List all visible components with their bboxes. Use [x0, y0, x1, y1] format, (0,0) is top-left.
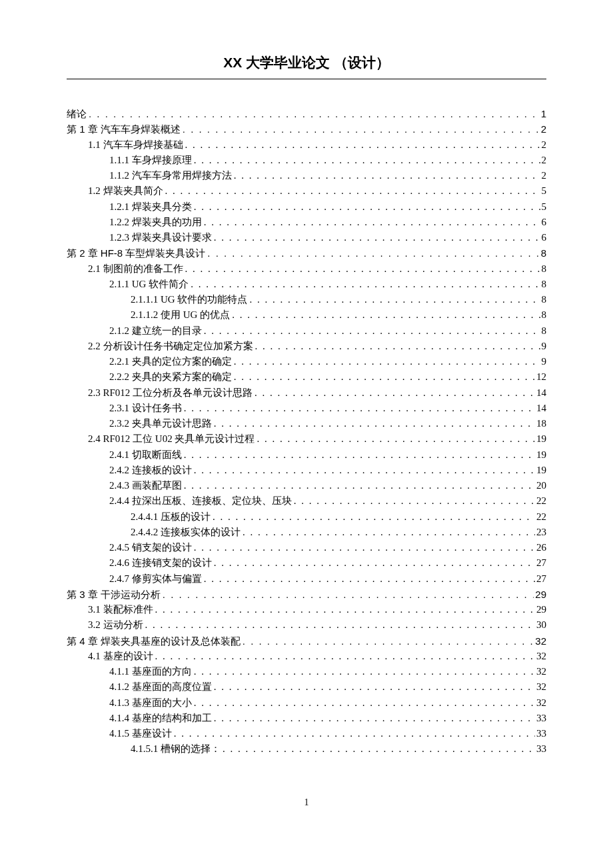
toc-label: 2.3.1 设计任务书 — [109, 401, 182, 416]
toc-page-number: 8 — [540, 323, 547, 339]
page-header: XX 大学毕业论文 （设计） — [67, 53, 546, 79]
toc-page-number: 2 — [540, 168, 547, 183]
toc-entry: 4.1.5 基座设计33 — [67, 726, 546, 741]
toc-page-number: 1 — [540, 106, 546, 121]
toc-entry: 2.4.4.2 连接板实体的设计23 — [67, 525, 546, 540]
toc-leader-dots — [192, 540, 535, 555]
toc-page-number: 32 — [535, 695, 546, 711]
toc-entry: 1.1.1 车身焊接原理2 — [67, 153, 546, 168]
toc-label: 4.1 基座的设计 — [88, 649, 153, 664]
toc-leader-dots — [241, 525, 535, 540]
toc-label: 2.3.2 夹具单元设计思路 — [109, 416, 212, 431]
toc-label: 2.2.1 夹具的定位方案的确定 — [109, 354, 232, 369]
toc-leader-dots — [192, 153, 540, 168]
toc-label: 2.2 分析设计任务书确定定位加紧方案 — [88, 339, 253, 354]
toc-label: 1.1 汽车车身焊接基础 — [88, 137, 183, 153]
toc-page-number: 20 — [535, 478, 546, 493]
toc-label: 2.1.1.1 UG 软件的功能特点 — [131, 292, 247, 307]
toc-page-number: 32 — [535, 649, 546, 664]
toc-label: 2.1.2 建立统一的目录 — [109, 323, 202, 339]
toc-entry: 2.3.2 夹具单元设计思路18 — [67, 416, 546, 431]
toc-leader-dots — [232, 369, 535, 385]
toc-label: 2.3 RF012 工位分析及各单元设计思路 — [88, 385, 253, 401]
toc-entry: 2.1 制图前的准备工作8 — [67, 261, 546, 277]
toc-page-number: 9 — [540, 354, 547, 369]
toc-label: 3.1 装配标准件 — [88, 602, 153, 617]
toc-leader-dots — [205, 245, 539, 261]
toc-leader-dots — [87, 106, 540, 121]
toc-page-number: 2 — [540, 137, 547, 153]
toc-entry: 2.2.2 夹具的夹紧方案的确定12 — [67, 369, 546, 385]
toc-page-number: 9 — [540, 339, 547, 354]
toc-entry: 2.1.1.1 UG 软件的功能特点8 — [67, 292, 546, 307]
toc-page-number: 26 — [535, 540, 546, 555]
toc-leader-dots — [202, 323, 540, 339]
toc-leader-dots — [183, 261, 540, 277]
toc-label: 绪论 — [67, 106, 87, 121]
toc-page-number: 5 — [540, 183, 547, 199]
toc-leader-dots — [292, 493, 535, 509]
toc-label: 1.2.1 焊装夹具分类 — [109, 199, 192, 215]
toc-label: 1.2 焊装夹具简介 — [88, 183, 163, 199]
toc-page-number: 8 — [540, 245, 546, 261]
toc-entry: 1.1 汽车车身焊接基础2 — [67, 137, 546, 153]
toc-leader-dots — [161, 587, 534, 602]
toc-page-number: 32 — [535, 664, 546, 679]
toc-label: 2.4.7 修剪实体与偏置 — [109, 571, 202, 587]
toc-entry: 1.2.1 焊装夹具分类5 — [67, 199, 546, 215]
toc-entry: 4.1.1 基座面的方向32 — [67, 664, 546, 679]
toc-label: 4.1.2 基座面的高度位置 — [109, 679, 212, 695]
toc-page-number: 29 — [534, 587, 546, 602]
toc-leader-dots — [202, 571, 535, 587]
toc-entry: 4.1.5.1 槽钢的选择：33 — [67, 741, 546, 757]
toc-entry: 1.2 焊装夹具简介5 — [67, 183, 546, 199]
toc-label: 2.4.2 连接板的设计 — [109, 463, 192, 478]
toc-label: 2.4.4.2 连接板实体的设计 — [131, 525, 241, 540]
toc-leader-dots — [247, 292, 540, 307]
toc-page-number: 33 — [535, 741, 546, 757]
toc-entry: 4.1.3 基座面的大小32 — [67, 695, 546, 711]
toc-entry: 第 3 章 干涉运动分析29 — [67, 587, 546, 602]
toc-page-number: 8 — [540, 307, 547, 323]
toc-leader-dots — [212, 555, 535, 571]
toc-label: 第 2 章 HF-8 车型焊装夹具设计 — [67, 245, 205, 261]
toc-label: 1.2.3 焊装夹具设计要求 — [109, 230, 212, 245]
toc-entry: 2.4.6 连接销支架的设计27 — [67, 555, 546, 571]
toc-entry: 1.2.2 焊装夹具的功用6 — [67, 215, 546, 230]
toc-page-number: 22 — [535, 509, 546, 525]
toc-page-number: 8 — [540, 261, 547, 277]
toc-entry: 2.1.1 UG 软件简介8 — [67, 277, 546, 292]
toc-leader-dots — [181, 121, 540, 137]
toc-entry: 2.3 RF012 工位分析及各单元设计思路14 — [67, 385, 546, 401]
toc-entry: 1.1.2 汽车车身常用焊接方法2 — [67, 168, 546, 183]
toc-label: 2.4.6 连接销支架的设计 — [109, 555, 212, 571]
toc-page-number: 2 — [540, 153, 547, 168]
toc-page-number: 27 — [535, 571, 546, 587]
toc-page-number: 33 — [535, 711, 546, 726]
toc-entry: 第 2 章 HF-8 车型焊装夹具设计8 — [67, 245, 546, 261]
toc-entry: 2.4.5 销支架的设计26 — [67, 540, 546, 555]
toc-label: 1.2.2 焊装夹具的功用 — [109, 215, 202, 230]
toc-leader-dots — [230, 307, 540, 323]
toc-leader-dots — [183, 137, 540, 153]
toc-entry: 2.4.4.1 压板的设计22 — [67, 509, 546, 525]
toc-leader-dots — [163, 183, 540, 199]
toc-leader-dots — [232, 168, 540, 183]
toc-leader-dots — [182, 478, 535, 493]
toc-page-number: 5 — [540, 199, 547, 215]
toc-entry: 第 4 章 焊装夹具基座的设计及总体装配32 — [67, 633, 546, 649]
toc-entry: 2.1.2 建立统一的目录8 — [67, 323, 546, 339]
toc-leader-dots — [153, 602, 536, 617]
toc-page-number: 23 — [535, 525, 546, 540]
toc-leader-dots — [212, 679, 535, 695]
toc-entry: 2.2.1 夹具的定位方案的确定9 — [67, 354, 546, 369]
toc-label: 2.4 RF012 工位 U02 夹具单元设计过程 — [88, 431, 255, 447]
toc-page-number: 32 — [534, 633, 546, 649]
toc-page-number: 6 — [540, 215, 547, 230]
table-of-contents: 绪论1第 1 章 汽车车身焊装概述21.1 汽车车身焊接基础21.1.1 车身焊… — [67, 106, 546, 757]
toc-page-number: 19 — [535, 431, 546, 447]
toc-label: 2.1.1.2 使用 UG 的优点 — [131, 307, 230, 323]
toc-page-number: 2 — [540, 121, 546, 137]
toc-entry: 2.4.3 画装配草图20 — [67, 478, 546, 493]
toc-page-number: 19 — [535, 463, 546, 478]
